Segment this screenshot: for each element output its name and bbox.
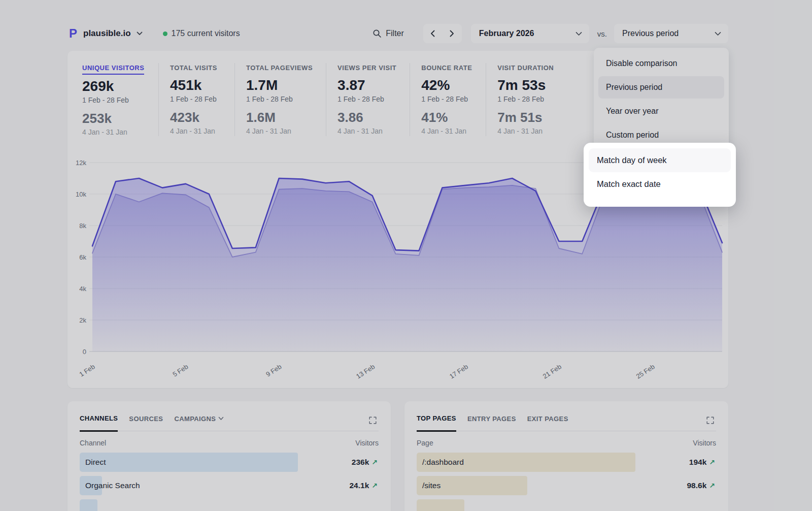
- comparison-match-popover: Match day of weekMatch exact date: [584, 143, 736, 207]
- popover-item-match-exact-date[interactable]: Match exact date: [589, 172, 731, 196]
- dim-overlay: [0, 0, 812, 511]
- popover-item-match-day-of-week[interactable]: Match day of week: [589, 148, 731, 172]
